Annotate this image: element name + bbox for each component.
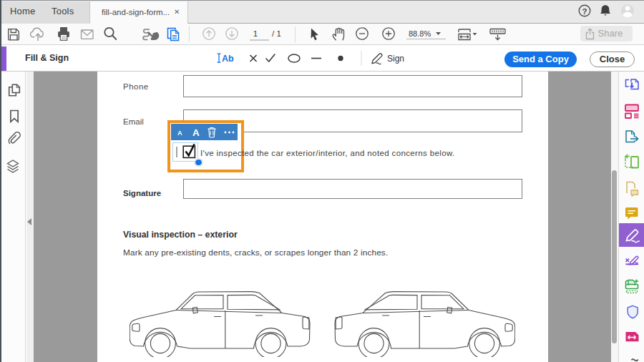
svg-text:/ 1: / 1 [272,29,281,38]
svg-text:A: A [177,129,182,137]
svg-text:88.8%: 88.8% [409,29,431,38]
svg-text:A: A [192,127,200,138]
svg-text:Sign: Sign [387,54,404,64]
svg-text:1: 1 [253,29,258,38]
svg-text:Ab: Ab [222,54,234,64]
svg-text:?: ? [582,7,587,16]
